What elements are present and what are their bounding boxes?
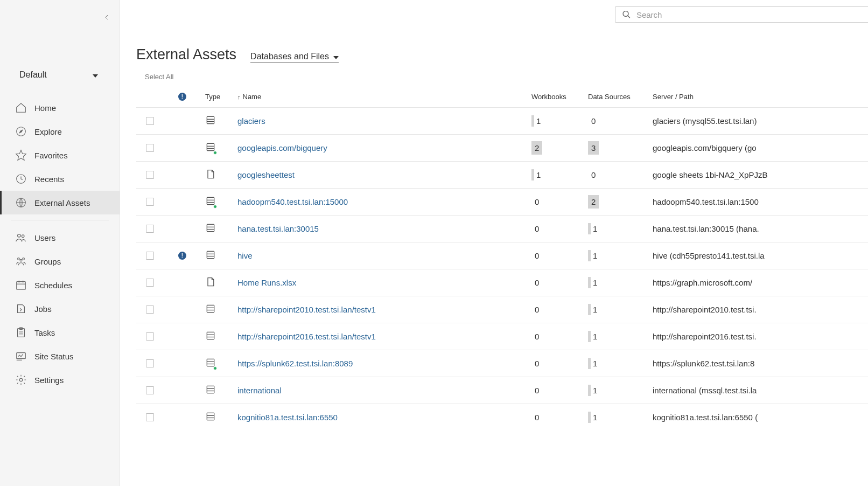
external-assets-icon: [15, 197, 27, 209]
nav-users[interactable]: Users: [0, 226, 120, 249]
database-icon: [205, 145, 216, 154]
nav-label: Recents: [34, 175, 64, 184]
gear-icon: [15, 374, 27, 386]
column-type[interactable]: Type: [205, 93, 237, 101]
row-checkbox[interactable]: [146, 225, 154, 233]
alert-icon: !: [178, 93, 186, 101]
row-checkbox[interactable]: [146, 117, 154, 125]
table-row: !hive01hive (cdh55presto141.test.tsi.la: [136, 242, 868, 269]
svg-point-5: [18, 234, 21, 238]
site-selector[interactable]: Default: [19, 70, 109, 80]
row-checkbox[interactable]: [146, 198, 154, 206]
nav-tasks[interactable]: Tasks: [0, 321, 120, 344]
asset-name-link[interactable]: hadoopm540.test.tsi.lan:15000: [237, 197, 348, 206]
database-icon: [205, 253, 216, 262]
asset-name-link[interactable]: https://splunk62.test.tsi.lan:8089: [237, 359, 353, 368]
nav-label: Users: [34, 233, 55, 242]
search-icon: [622, 10, 631, 19]
workbooks-count: 0: [531, 331, 542, 342]
nav-recents[interactable]: Recents: [0, 167, 120, 191]
nav-favorites[interactable]: Favorites: [0, 143, 120, 167]
select-all-link[interactable]: Select All: [145, 73, 868, 81]
data-sources-count: 0: [588, 115, 599, 127]
collapse-sidebar-button[interactable]: [101, 12, 112, 23]
database-icon: [205, 119, 216, 127]
search-input[interactable]: [636, 10, 862, 19]
asset-name-link[interactable]: kognitio81a.test.tsi.lan:6550: [237, 413, 338, 422]
row-checkbox[interactable]: [146, 332, 154, 341]
svg-point-7: [18, 258, 20, 260]
column-data-sources[interactable]: Data Sources: [588, 93, 653, 101]
svg-rect-35: [207, 251, 214, 258]
nav-settings[interactable]: Settings: [0, 368, 120, 392]
data-sources-count: 1: [588, 331, 600, 342]
table-row: http://sharepoint2010.test.tsi.lan/testv…: [136, 296, 868, 323]
nav-site-status[interactable]: Site Status: [0, 344, 120, 368]
file-icon: [205, 172, 216, 181]
row-checkbox[interactable]: [146, 171, 154, 179]
row-checkbox[interactable]: [146, 413, 154, 421]
table-row: hana.test.tsi.lan:3001501hana.test.tsi.l…: [136, 215, 868, 242]
nav-external-assets[interactable]: External Assets: [0, 191, 120, 214]
nav-list-admin: Users Groups Schedules Jobs Tasks Site S…: [0, 226, 120, 392]
row-checkbox[interactable]: [146, 359, 154, 367]
nav-label: Schedules: [34, 281, 72, 290]
asset-name-link[interactable]: Home Runs.xlsx: [237, 278, 296, 287]
calendar-icon: [15, 279, 27, 291]
database-icon: [205, 199, 216, 208]
svg-point-8: [23, 258, 25, 260]
asset-name-link[interactable]: googlesheettest: [237, 170, 295, 179]
data-sources-count: 2: [588, 195, 599, 209]
workbooks-count: 0: [531, 304, 542, 315]
compass-icon: [15, 126, 27, 137]
row-checkbox[interactable]: [146, 279, 154, 287]
nav-jobs[interactable]: Jobs: [0, 297, 120, 321]
asset-name-link[interactable]: http://sharepoint2016.test.tsi.lan/testv…: [237, 332, 376, 341]
server-path: google sheets 1bi-NA2_XpPJzB: [653, 170, 868, 179]
asset-name-link[interactable]: http://sharepoint2010.test.tsi.lan/testv…: [237, 305, 376, 314]
nav-home[interactable]: Home: [0, 96, 120, 120]
row-checkbox[interactable]: [146, 386, 154, 394]
filter-label: Databases and Files: [250, 52, 329, 61]
svg-rect-47: [207, 386, 214, 393]
sidebar: Default Home Explore Favorites Recents: [0, 0, 120, 486]
asset-name-link[interactable]: googleapis.com/bigquery: [237, 143, 327, 152]
svg-rect-10: [17, 282, 26, 290]
column-name[interactable]: ↑ Name: [237, 93, 531, 101]
data-sources-count: 1: [588, 358, 600, 369]
table-row: https://splunk62.test.tsi.lan:808901http…: [136, 350, 868, 377]
site-name: Default: [19, 70, 47, 80]
asset-name-link[interactable]: international: [237, 386, 282, 395]
row-checkbox[interactable]: [146, 252, 154, 260]
nav-groups[interactable]: Groups: [0, 249, 120, 273]
nav-label: Site Status: [34, 352, 74, 361]
main-content: External Assets Databases and Files Sele…: [120, 0, 868, 486]
nav-explore[interactable]: Explore: [0, 120, 120, 143]
server-path: http://sharepoint2010.test.tsi.: [653, 305, 868, 314]
column-server-path[interactable]: Server / Path: [653, 93, 868, 101]
workbooks-count: 0: [531, 385, 542, 396]
search-bar: [615, 6, 868, 23]
svg-line-22: [628, 16, 630, 18]
column-alert[interactable]: !: [178, 93, 205, 101]
table-body: glaciers10glaciers (mysql55.test.tsi.lan…: [136, 107, 868, 431]
asset-name-link[interactable]: hana.test.tsi.lan:30015: [237, 224, 319, 233]
search-input-wrap[interactable]: [615, 6, 868, 23]
nav-schedules[interactable]: Schedules: [0, 273, 120, 297]
data-sources-count: 1: [588, 277, 600, 288]
nav-divider: [11, 220, 109, 220]
svg-rect-29: [207, 197, 214, 204]
data-sources-count: 1: [588, 223, 600, 234]
asset-type-filter[interactable]: Databases and Files: [250, 52, 339, 63]
column-workbooks[interactable]: Workbooks: [531, 93, 588, 101]
users-icon: [15, 232, 27, 244]
table-row: googleapis.com/bigquery23googleapis.com/…: [136, 134, 868, 161]
row-checkbox[interactable]: [146, 306, 154, 314]
asset-name-link[interactable]: glaciers: [237, 116, 265, 126]
data-sources-count: 3: [588, 141, 599, 155]
sort-asc-icon: ↑: [237, 94, 241, 100]
row-checkbox[interactable]: [146, 144, 154, 152]
alert-icon: !: [178, 252, 186, 260]
asset-name-link[interactable]: hive: [237, 251, 253, 260]
table-header: ! Type ↑ Name Workbooks Data Sources Ser…: [136, 93, 868, 107]
